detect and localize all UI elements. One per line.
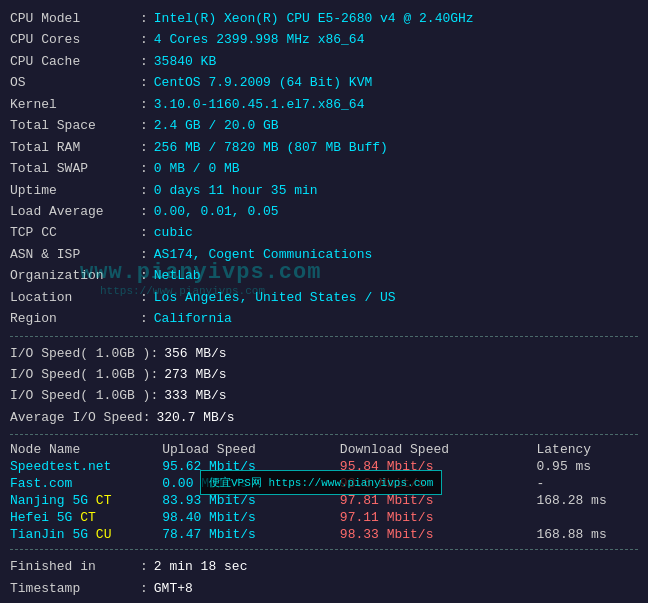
- speed-node: Speedtest.net: [10, 458, 162, 475]
- speed-table: Node NameUpload SpeedDownload SpeedLaten…: [10, 441, 638, 543]
- speed-download: 97.11 Mbit/s: [340, 509, 537, 526]
- row-value: 256 MB / 7820 MB (807 MB Buff): [154, 137, 388, 158]
- footer-value: 2 min 18 sec: [154, 556, 248, 577]
- speed-upload: 98.40 Mbit/s: [162, 509, 340, 526]
- row-label: Total SWAP: [10, 158, 140, 179]
- speed-latency: 0.95 ms: [536, 458, 638, 475]
- system-row: Organization:NetLab: [10, 265, 638, 286]
- speed-latency: -: [536, 475, 638, 492]
- speed-upload: 78.47 Mbit/s: [162, 526, 340, 543]
- row-value: 0 days 11 hour 35 min: [154, 180, 318, 201]
- footer-row: Results:./superbench.log: [10, 599, 638, 603]
- footer-section: Finished in:2 min 18 secTimestamp:GMT+8R…: [10, 556, 638, 603]
- speed-download: 98.33 Mbit/s: [340, 526, 537, 543]
- speed-table-header: Node NameUpload SpeedDownload SpeedLaten…: [10, 441, 638, 458]
- speed-table-row: Hefei 5G CT98.40 Mbit/s97.11 Mbit/s: [10, 509, 638, 526]
- row-value: California: [154, 308, 232, 329]
- speed-node: Fast.com: [10, 475, 162, 492]
- io-row: Average I/O Speed:320.7 MB/s: [10, 407, 638, 428]
- speed-upload: 0.00 Mbit/s: [162, 475, 340, 492]
- speed-table-row: Speedtest.net95.62 Mbit/s95.84 Mbit/s0.9…: [10, 458, 638, 475]
- io-value: 273 MB/s: [164, 364, 226, 385]
- system-row: Load Average:0.00, 0.01, 0.05: [10, 201, 638, 222]
- speed-latency: [536, 509, 638, 526]
- io-label: Average I/O Speed: [10, 407, 143, 428]
- system-row: ASN & ISP:AS174, Cogent Communications: [10, 244, 638, 265]
- speed-latency: 168.28 ms: [536, 492, 638, 509]
- footer-label: Results: [10, 599, 140, 603]
- system-row: Total SWAP:0 MB / 0 MB: [10, 158, 638, 179]
- system-row: OS:CentOS 7.9.2009 (64 Bit) KVM: [10, 72, 638, 93]
- row-value: 4 Cores 2399.998 MHz x86_64: [154, 29, 365, 50]
- divider-2: [10, 434, 638, 435]
- row-label: Uptime: [10, 180, 140, 201]
- system-row: Region:California: [10, 308, 638, 329]
- row-value: AS174, Cogent Communications: [154, 244, 372, 265]
- row-label: Location: [10, 287, 140, 308]
- speed-node: Hefei 5G CT: [10, 509, 162, 526]
- speed-table-row: Nanjing 5G CT83.93 Mbit/s97.81 Mbit/s168…: [10, 492, 638, 509]
- system-row: TCP CC:cubic: [10, 222, 638, 243]
- io-value: 333 MB/s: [164, 385, 226, 406]
- row-label: CPU Model: [10, 8, 140, 29]
- row-label: Region: [10, 308, 140, 329]
- io-value: 320.7 MB/s: [156, 407, 234, 428]
- system-row: Total Space:2.4 GB / 20.0 GB: [10, 115, 638, 136]
- row-value: 3.10.0-1160.45.1.el7.x86_64: [154, 94, 365, 115]
- row-label: Organization: [10, 265, 140, 286]
- speed-col-header: Download Speed: [340, 441, 537, 458]
- row-label: CPU Cache: [10, 51, 140, 72]
- io-label: I/O Speed( 1.0GB ): [10, 385, 150, 406]
- speed-download: 95.84 Mbit/s: [340, 458, 537, 475]
- system-row: CPU Cores:4 Cores 2399.998 MHz x86_64: [10, 29, 638, 50]
- system-row: Location:Los Angeles, United States / US: [10, 287, 638, 308]
- system-row: Total RAM:256 MB / 7820 MB (807 MB Buff): [10, 137, 638, 158]
- footer-row: Finished in:2 min 18 sec: [10, 556, 638, 577]
- footer-value: ./superbench.log: [154, 599, 279, 603]
- io-section: I/O Speed( 1.0GB ):356 MB/sI/O Speed( 1.…: [10, 343, 638, 429]
- system-row: Kernel:3.10.0-1160.45.1.el7.x86_64: [10, 94, 638, 115]
- speed-node: TianJin 5G CU: [10, 526, 162, 543]
- row-value: 0.00, 0.01, 0.05: [154, 201, 279, 222]
- row-value: Intel(R) Xeon(R) CPU E5-2680 v4 @ 2.40GH…: [154, 8, 474, 29]
- speed-download: 93.6 Mbit/s: [340, 475, 537, 492]
- system-row: CPU Cache:35840 KB: [10, 51, 638, 72]
- row-value: Los Angeles, United States / US: [154, 287, 396, 308]
- speed-col-header: Upload Speed: [162, 441, 340, 458]
- io-row: I/O Speed( 1.0GB ):333 MB/s: [10, 385, 638, 406]
- speedtest-section: Node NameUpload SpeedDownload SpeedLaten…: [10, 441, 638, 543]
- system-info-section: CPU Model:Intel(R) Xeon(R) CPU E5-2680 v…: [10, 8, 638, 330]
- row-value: 2.4 GB / 20.0 GB: [154, 115, 279, 136]
- footer-row: Timestamp:GMT+8: [10, 578, 638, 599]
- footer-label: Timestamp: [10, 578, 140, 599]
- row-label: Load Average: [10, 201, 140, 222]
- io-row: I/O Speed( 1.0GB ):273 MB/s: [10, 364, 638, 385]
- speed-table-row: TianJin 5G CU78.47 Mbit/s98.33 Mbit/s168…: [10, 526, 638, 543]
- io-value: 356 MB/s: [164, 343, 226, 364]
- row-value: NetLab: [154, 265, 201, 286]
- speed-latency: 168.88 ms: [536, 526, 638, 543]
- footer-value: GMT+8: [154, 578, 193, 599]
- io-label: I/O Speed( 1.0GB ): [10, 343, 150, 364]
- speed-node: Nanjing 5G CT: [10, 492, 162, 509]
- row-value: CentOS 7.9.2009 (64 Bit) KVM: [154, 72, 372, 93]
- speed-col-header: Latency: [536, 441, 638, 458]
- row-value: 35840 KB: [154, 51, 216, 72]
- divider-3: [10, 549, 638, 550]
- row-label: Total Space: [10, 115, 140, 136]
- speed-table-row: Fast.com0.00 Mbit/s93.6 Mbit/s-: [10, 475, 638, 492]
- divider-1: [10, 336, 638, 337]
- footer-label: Finished in: [10, 556, 140, 577]
- row-label: Kernel: [10, 94, 140, 115]
- system-row: CPU Model:Intel(R) Xeon(R) CPU E5-2680 v…: [10, 8, 638, 29]
- row-label: OS: [10, 72, 140, 93]
- row-label: CPU Cores: [10, 29, 140, 50]
- io-row: I/O Speed( 1.0GB ):356 MB/s: [10, 343, 638, 364]
- row-value: cubic: [154, 222, 193, 243]
- io-label: I/O Speed( 1.0GB ): [10, 364, 150, 385]
- row-label: Total RAM: [10, 137, 140, 158]
- speed-download: 97.81 Mbit/s: [340, 492, 537, 509]
- system-row: Uptime:0 days 11 hour 35 min: [10, 180, 638, 201]
- row-value: 0 MB / 0 MB: [154, 158, 240, 179]
- row-label: ASN & ISP: [10, 244, 140, 265]
